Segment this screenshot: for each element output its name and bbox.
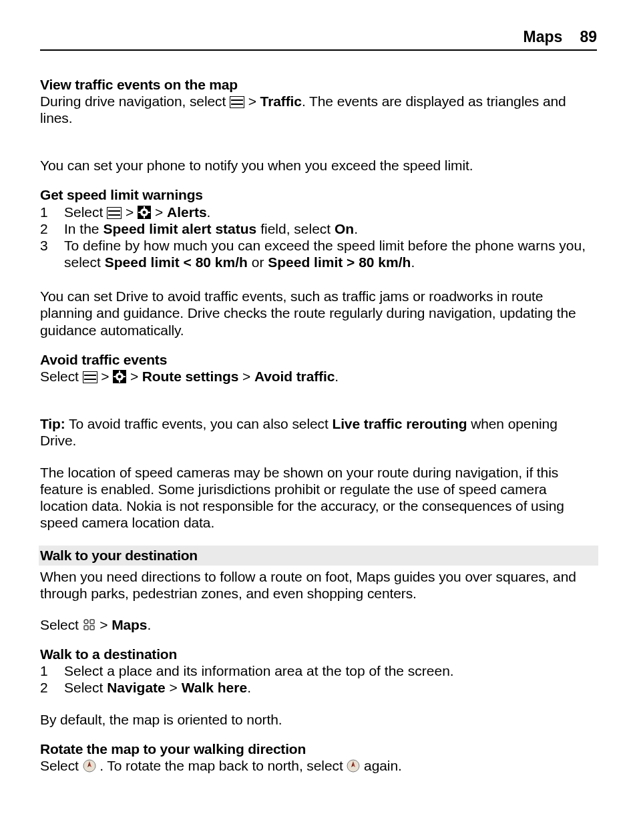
para-walk-intro: When you need directions to follow a rou… (40, 568, 597, 602)
step-body: Select > > Alerts. (64, 204, 597, 220)
steps-speed-limit: 1 Select > > Alerts. 2 In the Speed limi… (40, 204, 597, 271)
step-item: 2 Select Navigate > Walk here. (40, 679, 597, 696)
text: > (151, 204, 167, 220)
text: field, select (256, 221, 335, 236)
text: In the (64, 221, 103, 236)
menu-path-traffic: Traffic (260, 93, 302, 109)
option-speed-lt-80: Speed limit < 80 km/h (105, 254, 248, 270)
text: . To rotate the map back to north, selec… (96, 758, 347, 773)
svg-rect-9 (144, 206, 145, 208)
step-number: 3 (40, 237, 64, 254)
text: > (97, 369, 114, 384)
step-body: Select Navigate > Walk here. (64, 679, 597, 696)
heading-walk-to-destination: Walk to your destination (40, 548, 198, 563)
svg-rect-19 (119, 371, 120, 373)
value-on: On (335, 221, 354, 236)
text: Select (64, 680, 107, 695)
tip-label: Tip: (40, 416, 65, 431)
step-body: Select a place and its information area … (64, 662, 597, 679)
para-speed-cameras: The location of speed cameras may be sho… (40, 464, 597, 532)
gear-icon (113, 370, 126, 383)
text: Select (40, 369, 83, 384)
text: > (170, 680, 182, 695)
text: To avoid traffic events, you can also se… (65, 416, 333, 431)
text: again. (360, 758, 401, 773)
step-item: 1 Select > > Alerts. (40, 204, 597, 220)
menu-path-route-settings: Route settings (142, 369, 242, 384)
text: > (126, 369, 142, 384)
text: . (147, 617, 151, 632)
section-bar-walk: Walk to your destination (39, 546, 598, 565)
heading-avoid-traffic: Avoid traffic events (40, 351, 597, 368)
text: > (122, 204, 138, 220)
step-body: To define by how much you can exceed the… (64, 237, 597, 270)
step-item: 1 Select a place and its information are… (40, 662, 597, 679)
svg-rect-10 (144, 216, 145, 218)
compass-icon (83, 759, 96, 773)
heading-walk-to-a-destination: Walk to a destination (40, 646, 597, 662)
text: . (247, 680, 251, 695)
step-number: 1 (40, 662, 64, 679)
page: Maps 89 View traffic events on the map D… (0, 0, 637, 840)
para-select-maps: Select > Maps. (40, 616, 597, 633)
menu-path-walk-here: Walk here (182, 680, 247, 695)
option-speed-gt-80: Speed limit > 80 km/h (268, 254, 411, 270)
menu-path-navigate: Navigate (107, 680, 169, 695)
page-header: Maps 89 (40, 28, 597, 51)
svg-point-23 (84, 620, 88, 624)
svg-rect-26 (90, 626, 94, 630)
header-section-title: Maps (523, 28, 563, 47)
svg-rect-12 (148, 212, 150, 213)
app-maps: Maps (112, 617, 147, 632)
text: > (96, 617, 112, 632)
para-north-default: By default, the map is oriented to north… (40, 711, 597, 728)
text: or (248, 254, 268, 270)
steps-walk: 1 Select a place and its information are… (40, 662, 597, 696)
text: > (244, 93, 260, 109)
menu-icon (83, 371, 97, 383)
text: Select (40, 758, 83, 773)
menu-path-avoid-traffic: Avoid traffic (254, 369, 335, 384)
para-avoid-traffic-path: Select > > Route settings > Avoid traffi… (40, 368, 597, 385)
page-number: 89 (580, 28, 597, 47)
svg-point-8 (143, 210, 146, 214)
svg-point-18 (118, 375, 122, 379)
gear-icon (138, 206, 151, 219)
apps-grid-icon (83, 618, 96, 632)
svg-rect-11 (138, 212, 140, 213)
step-number: 2 (40, 220, 64, 237)
text: . (411, 254, 415, 270)
svg-rect-25 (84, 626, 88, 630)
step-item: 2 In the Speed limit alert status field,… (40, 220, 597, 237)
para-speed-limit-intro: You can set your phone to notify you whe… (40, 157, 597, 174)
step-body: In the Speed limit alert status field, s… (64, 220, 597, 237)
svg-rect-20 (119, 381, 120, 383)
svg-rect-0 (230, 96, 244, 108)
para-avoid-intro: You can set Drive to avoid traffic event… (40, 288, 597, 339)
text: Select (40, 617, 83, 632)
option-live-traffic-rerouting: Live traffic rerouting (332, 416, 467, 431)
heading-speed-limit-warnings: Get speed limit warnings (40, 186, 597, 203)
step-number: 2 (40, 679, 64, 696)
para-tip: Tip: To avoid traffic events, you can al… (40, 415, 597, 449)
text: . (354, 221, 358, 236)
para-rotate-map: Select . To rotate the map back to north… (40, 757, 597, 774)
text: During drive navigation, select (40, 93, 230, 109)
svg-rect-3 (107, 207, 122, 219)
svg-rect-22 (124, 376, 126, 377)
heading-rotate-map: Rotate the map to your walking direction (40, 741, 597, 757)
compass-icon (347, 759, 360, 773)
svg-rect-13 (83, 371, 97, 383)
text: . (207, 204, 211, 220)
field-speed-limit-alert-status: Speed limit alert status (103, 221, 256, 236)
para-view-traffic: During drive navigation, select > Traffi… (40, 93, 597, 126)
text: . (335, 369, 339, 384)
svg-rect-24 (90, 620, 94, 624)
svg-rect-21 (114, 376, 116, 377)
menu-path-alerts: Alerts (167, 204, 207, 220)
text: > (242, 369, 254, 384)
menu-icon (230, 96, 244, 108)
heading-view-traffic-events: View traffic events on the map (40, 76, 597, 93)
step-item: 3 To define by how much you can exceed t… (40, 237, 597, 270)
text: Select (64, 204, 107, 220)
